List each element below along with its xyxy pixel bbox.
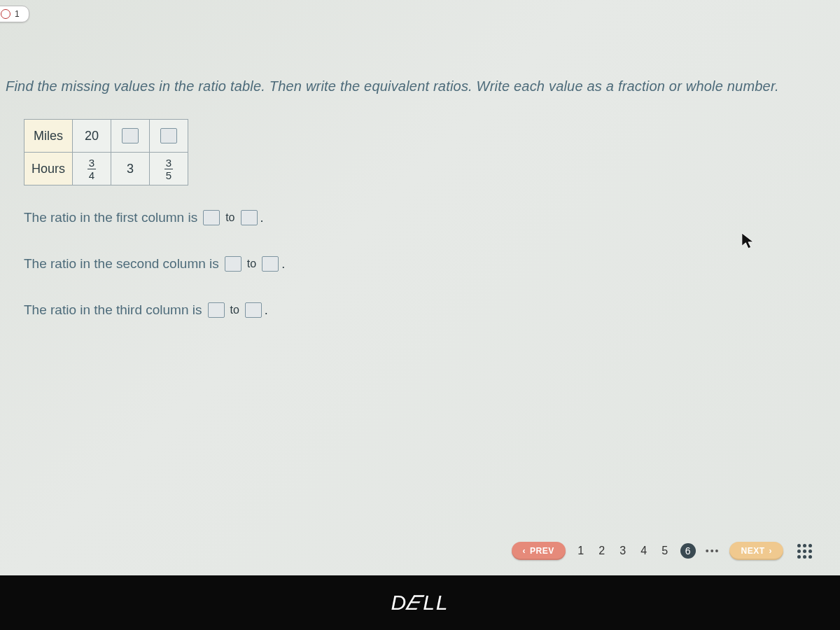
- answer-box[interactable]: [225, 256, 241, 272]
- sentence-2: The ratio in the second column is to .: [24, 256, 285, 272]
- fraction: 3 5: [164, 158, 173, 181]
- page-link-2[interactable]: 2: [596, 545, 608, 557]
- answer-box[interactable]: [245, 302, 262, 318]
- sentence-2-prefix: The ratio in the second column is: [24, 256, 219, 272]
- browser-tab-stub[interactable]: 1: [0, 6, 29, 22]
- answer-box[interactable]: [262, 256, 279, 272]
- next-label: NEXT: [741, 546, 764, 556]
- pagination-nav: ‹ PREV 1 2 3 4 5 6 ••• NEXT ›: [0, 542, 812, 560]
- dell-logo: DELL: [391, 591, 449, 615]
- page-link-5[interactable]: 5: [659, 545, 671, 557]
- hours-col2-value: 3: [111, 153, 150, 186]
- row-label-hours: Hours: [24, 153, 73, 186]
- ellipsis: •••: [706, 545, 720, 556]
- answer-box[interactable]: [160, 128, 177, 144]
- to-word: to: [230, 304, 239, 316]
- sentence-1: The ratio in the first column is to .: [24, 210, 285, 225]
- chevron-right-icon: ›: [769, 546, 773, 556]
- hours-col3-value: 3 5: [150, 153, 188, 186]
- answer-box[interactable]: [122, 128, 139, 144]
- answer-box[interactable]: [203, 210, 220, 225]
- sentence-3-prefix: The ratio in the third column is: [24, 302, 202, 318]
- table-row: Hours 3 4 3 3 5: [24, 153, 188, 186]
- page-current[interactable]: 6: [680, 543, 696, 559]
- prev-button[interactable]: ‹ PREV: [512, 542, 566, 560]
- ratio-table: Miles 20 Hours 3 4 3 3 5: [24, 119, 188, 186]
- row-label-miles: Miles: [24, 120, 73, 153]
- tab-number: 1: [15, 9, 20, 19]
- miles-col1-value: 20: [73, 120, 111, 153]
- record-icon: [1, 9, 10, 19]
- hours-col1-value: 3 4: [73, 153, 111, 186]
- table-row: Miles 20: [24, 120, 188, 153]
- to-word: to: [247, 258, 256, 270]
- laptop-bezel: DELL: [0, 575, 840, 630]
- miles-col3-input[interactable]: [150, 120, 188, 153]
- cursor-icon: [741, 231, 756, 251]
- page-link-4[interactable]: 4: [638, 545, 650, 557]
- period: .: [281, 257, 285, 272]
- chevron-left-icon: ‹: [523, 546, 526, 556]
- sentence-1-prefix: The ratio in the first column is: [24, 210, 197, 225]
- prev-label: PREV: [530, 546, 554, 556]
- to-word: to: [225, 211, 234, 224]
- period: .: [260, 211, 264, 225]
- fraction: 3 4: [88, 158, 96, 181]
- page-link-1[interactable]: 1: [575, 545, 587, 557]
- answer-sentences: The ratio in the first column is to . Th…: [24, 210, 285, 349]
- ratio-table-wrap: Miles 20 Hours 3 4 3 3 5: [24, 119, 188, 186]
- period: .: [265, 303, 268, 318]
- question-instructions: Find the missing values in the ratio tab…: [6, 78, 834, 94]
- answer-box[interactable]: [241, 210, 258, 225]
- grid-menu-icon[interactable]: [797, 544, 812, 559]
- sentence-3: The ratio in the third column is to .: [24, 302, 285, 318]
- app-screen: 1 Find the missing values in the ratio t…: [0, 0, 840, 630]
- answer-box[interactable]: [208, 302, 225, 318]
- page-link-3[interactable]: 3: [617, 545, 629, 557]
- next-button[interactable]: NEXT ›: [729, 542, 783, 560]
- miles-col2-input[interactable]: [111, 120, 150, 153]
- svg-marker-0: [742, 233, 754, 248]
